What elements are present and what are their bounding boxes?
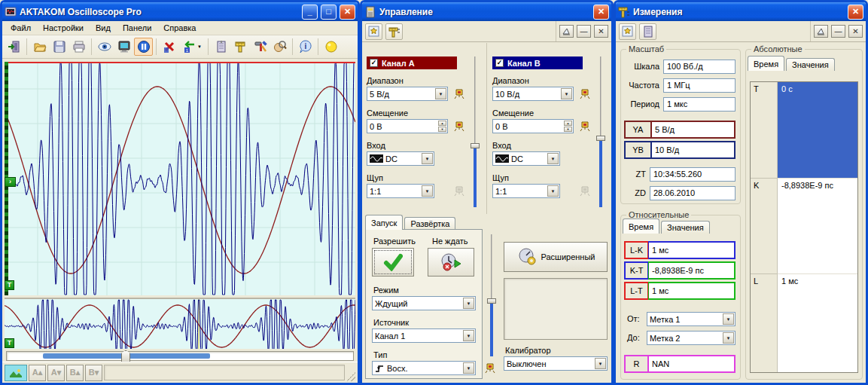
calibrator-combo[interactable]: Выключен▼	[504, 356, 608, 371]
horizontal-position-scrollbar[interactable]	[5, 350, 355, 362]
undo-icon[interactable]: 1▼	[179, 38, 205, 56]
overview-display[interactable]: T	[5, 298, 355, 349]
tab-sweep[interactable]: Развёртка	[404, 217, 455, 230]
auto-icon[interactable]	[579, 119, 591, 132]
scroll-thumb[interactable]	[121, 350, 130, 362]
channel-a-offset-slider[interactable]	[471, 57, 480, 207]
control-titlebar[interactable]: Управление ✕	[362, 2, 611, 21]
print-icon[interactable]	[69, 38, 88, 56]
channel-a-range-combo[interactable]: 5 В/д▼	[367, 87, 448, 101]
channel-b-range-combo[interactable]: 10 В/д▼	[492, 87, 574, 101]
t-row-label[interactable]: T	[751, 82, 778, 179]
delete-icon[interactable]	[160, 38, 178, 56]
to-marker-combo[interactable]: Метка 2▼	[647, 331, 736, 345]
channel-b-input-combo[interactable]: DC▼	[492, 151, 560, 166]
channel-a-header[interactable]: ✓ Канал A	[367, 57, 457, 69]
palette-icon[interactable]	[270, 38, 289, 56]
channel-b-down-button[interactable]: B▾	[85, 365, 102, 381]
main-scope-display[interactable]: › T	[5, 62, 355, 295]
menu-settings[interactable]: Настройки	[38, 22, 89, 34]
resize-grip[interactable]	[346, 372, 355, 381]
exit-icon[interactable]	[5, 38, 23, 56]
coupling-icon	[370, 154, 383, 163]
l-row-label[interactable]: L	[751, 274, 778, 372]
close-button[interactable]: ✕	[340, 5, 355, 20]
lamp-icon[interactable]	[321, 38, 340, 56]
tab-absolute-values[interactable]: Значения	[786, 58, 835, 71]
absolute-values-table[interactable]: T 0 с K -8,8938E-9 пс L 1 мс	[750, 81, 858, 373]
menu-view[interactable]: Вид	[90, 22, 116, 34]
info-icon[interactable]: i	[296, 38, 315, 56]
chevron-down-icon[interactable]: ▼	[197, 44, 202, 49]
probe-label: Щуп	[367, 173, 383, 182]
trigger-marker-overview[interactable]: T	[5, 338, 14, 348]
k-row-value[interactable]: -8,8938E-9 пс	[778, 179, 857, 274]
channel-b-checkbox[interactable]: ✓	[495, 59, 504, 67]
menu-panels[interactable]: Панели	[117, 22, 157, 34]
scroll-track[interactable]	[6, 351, 354, 361]
auto-icon[interactable]	[484, 361, 496, 374]
collapse-panel-icon[interactable]: —	[831, 25, 845, 38]
menu-help[interactable]: Справка	[158, 22, 201, 34]
collapse-panel-icon[interactable]: —	[577, 25, 591, 38]
main-titlebar[interactable]: AKTAKOM Oscilloscope Pro _ □ ✕	[2, 2, 358, 21]
from-marker-combo[interactable]: Метка 1▼	[647, 312, 736, 326]
trigger-type-combo[interactable]: Восх.▼	[372, 361, 476, 375]
save-icon[interactable]	[50, 38, 69, 56]
trigger-source-combo[interactable]: Канал 1▼	[372, 328, 476, 343]
tab-absolute-time[interactable]: Время	[748, 56, 784, 71]
journal-icon[interactable]	[639, 23, 656, 40]
channel-a-level-marker[interactable]: ›	[5, 177, 16, 187]
trigger-level-slider[interactable]	[487, 234, 496, 356]
tools-icon[interactable]	[251, 38, 270, 56]
ruler-icon[interactable]	[231, 38, 250, 56]
menu-file[interactable]: Файл	[5, 22, 36, 34]
maximize-button[interactable]: □	[321, 5, 337, 20]
scale-group: Масштаб Шкала 100 Вб./д Частота 1 МГц Пе…	[620, 49, 741, 204]
channel-b-header[interactable]: ✓ Канал B	[492, 57, 583, 69]
statusbar: A▴ A▾ B▴ B▾	[2, 362, 358, 383]
measure-titlebar[interactable]: Измерения ✕	[616, 2, 866, 21]
channel-a-probe-combo[interactable]: 1:1▼	[367, 184, 434, 198]
wizard-icon[interactable]	[365, 23, 382, 40]
measure-panel-icon[interactable]	[385, 23, 403, 40]
print-panel-icon[interactable]	[814, 25, 828, 38]
l-row-value[interactable]: 1 мс	[778, 274, 857, 372]
allow-trigger-button[interactable]	[372, 248, 414, 277]
close-panel-icon[interactable]: ✕	[594, 25, 608, 38]
pause-icon[interactable]	[134, 38, 153, 56]
eye-icon[interactable]	[95, 38, 114, 56]
advanced-button[interactable]: Расширенный	[504, 242, 608, 272]
t-row-value[interactable]: 0 с	[778, 82, 857, 179]
k-row-label[interactable]: K	[751, 179, 778, 274]
channel-b-up-button[interactable]: B▴	[66, 365, 84, 381]
journal-icon[interactable]	[212, 38, 230, 56]
no-wait-button[interactable]	[428, 248, 474, 277]
channel-a-input-combo[interactable]: DC▼	[367, 151, 434, 166]
close-panel-icon[interactable]: ✕	[848, 25, 863, 38]
wizard-icon[interactable]	[619, 23, 636, 40]
channel-b-probe-combo[interactable]: 1:1▼	[492, 184, 560, 198]
trigger-marker[interactable]: T	[5, 280, 14, 290]
channel-a-down-button[interactable]: A▾	[47, 365, 65, 381]
auto-icon[interactable]	[453, 87, 465, 99]
open-icon[interactable]	[30, 38, 49, 56]
auto-icon[interactable]	[579, 87, 591, 99]
channel-a-checkbox[interactable]: ✓	[370, 59, 378, 67]
tab-relative-time[interactable]: Время	[623, 218, 659, 234]
channel-a-offset-spin[interactable]: 0 В▲▼	[367, 119, 448, 133]
draw-mode-button[interactable]	[5, 365, 27, 381]
channel-b-offset-spin[interactable]: 0 В▲▼	[492, 119, 574, 133]
trigger-mode-combo[interactable]: Ждущий▼	[372, 296, 476, 310]
tab-start[interactable]: Запуск	[365, 215, 403, 230]
minimize-button[interactable]: _	[302, 5, 318, 20]
display-icon[interactable]	[114, 38, 133, 56]
channel-b-offset-slider[interactable]	[596, 57, 605, 207]
channel-a-up-button[interactable]: A▴	[29, 365, 46, 381]
channel-a-section: ✓ Канал A Диапазон 5 В/д▼ Смещение 0 В▲▼…	[362, 43, 487, 214]
tab-relative-values[interactable]: Значения	[661, 221, 710, 234]
close-button[interactable]: ✕	[593, 5, 609, 20]
close-button[interactable]: ✕	[848, 5, 863, 20]
print-panel-icon[interactable]	[559, 25, 574, 38]
auto-icon[interactable]	[453, 119, 465, 132]
